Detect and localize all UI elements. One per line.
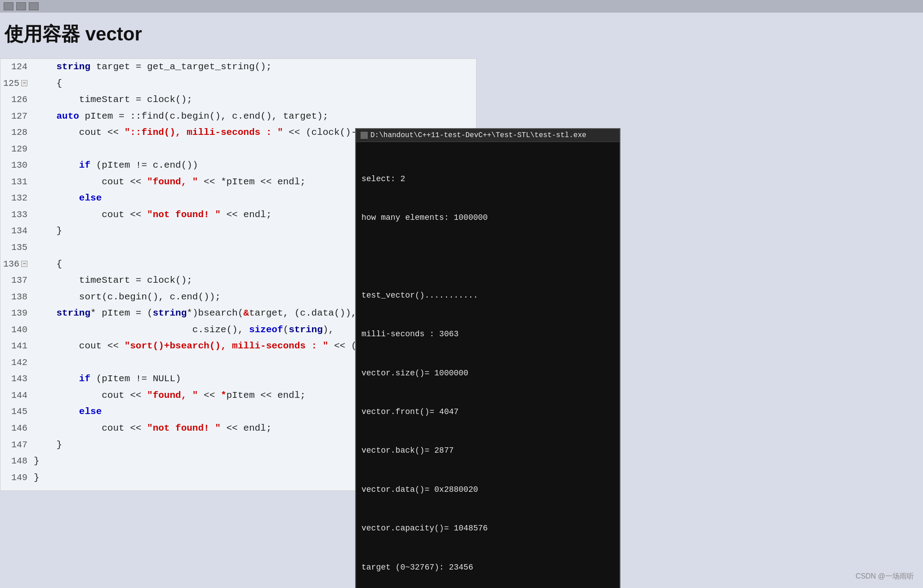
line-num-137: 137 [0,272,32,287]
term-line-4: milli-seconds : 3063 [361,328,614,341]
line-num-139: 139 [0,305,32,320]
terminal-window: D:\handout\C++11-test-DevC++\Test-STL\te… [355,128,620,588]
window-btn-1[interactable] [4,2,13,10]
line-num-131: 131 [0,174,32,189]
line-num-135: 135 [0,240,32,254]
line-num-148: 148 [0,453,32,468]
line-num-125: 125 − [0,76,32,90]
top-bar [0,0,923,13]
line-num-134: 134 [0,223,32,238]
line-num-130: 130 [0,157,32,172]
line-num-127: 127 [0,108,32,123]
window-btn-3[interactable] [29,2,39,10]
term-line-0: select: 2 [361,173,614,186]
code-line-126: 126 timeStart = clock(); [0,92,476,108]
term-line-7: vector.back()= 2877 [361,444,614,457]
watermark: CSDN @一场雨听 [856,572,914,581]
line-num-132: 132 [0,190,32,205]
line-num-140: 140 [0,322,32,337]
line-num-133: 133 [0,207,32,222]
line-num-143: 143 [0,371,32,386]
line-num-129: 129 [0,141,32,156]
terminal-titlebar: D:\handout\C++11-test-DevC++\Test-STL\te… [356,129,620,142]
code-line-124: 124 string target = get_a_target_string(… [0,59,476,76]
code-content-124: string target = get_a_target_string(); [32,59,476,76]
term-line-5: vector.size()= 1000000 [361,367,614,380]
term-line-6: vector.front()= 4047 [361,405,614,419]
line-num-142: 142 [0,355,32,370]
line-num-147: 147 [0,437,32,452]
code-content-126: timeStart = clock(); [32,92,476,108]
term-line-9: vector.capacity()= 1048576 [361,522,614,535]
line-num-124: 124 [0,59,32,74]
collapse-btn-125[interactable]: − [21,80,27,86]
collapse-btn-136[interactable]: − [21,261,27,267]
line-num-128: 128 [0,125,32,139]
page-title: 使用容器 vector [0,13,923,53]
code-line-125: 125 − { [0,76,476,92]
term-line-1: how many elements: 1000000 [361,211,614,224]
term-line-8: vector.data()= 0x2880020 [361,483,614,496]
terminal-body: select: 2 how many elements: 1000000 tes… [356,142,620,588]
code-content-125: { [32,76,476,92]
line-num-144: 144 [0,388,32,402]
line-num-146: 146 [0,420,32,435]
terminal-title: D:\handout\C++11-test-DevC++\Test-STL\te… [370,131,586,139]
line-num-141: 141 [0,338,32,353]
terminal-icon [361,132,368,139]
line-num-149: 149 [0,470,32,485]
line-num-145: 145 [0,404,32,419]
code-content-127: auto pItem = ::find(c.begin(), c.end(), … [32,108,476,125]
line-num-126: 126 [0,92,32,107]
term-line-10: target (0~32767): 23456 [361,561,614,574]
term-line-2 [361,250,614,263]
line-num-138: 138 [0,289,32,304]
code-line-127: 127 auto pItem = ::find(c.begin(), c.end… [0,108,476,125]
window-btn-2[interactable] [16,2,26,10]
line-num-136: 136 − [0,256,32,271]
term-line-3: test_vector()........... [361,289,614,302]
